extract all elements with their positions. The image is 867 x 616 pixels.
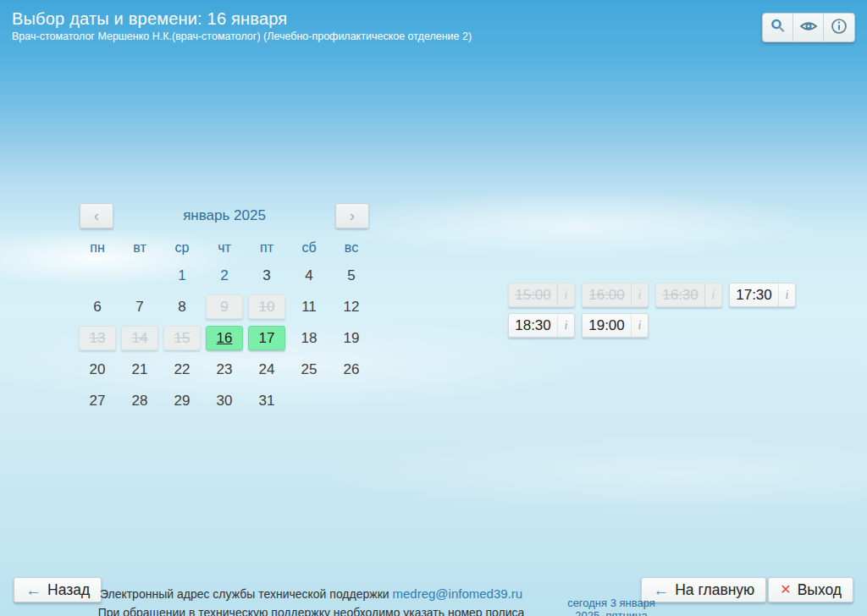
- calendar: ‹ январь 2025 › пнвтсрчтптсбвс 123456789…: [76, 203, 373, 416]
- calendar-day-7: 7: [135, 299, 143, 316]
- timeslot-19-00[interactable]: 19:00i: [582, 313, 649, 338]
- header-toolbar: [762, 13, 855, 42]
- calendar-day-31: 31: [259, 393, 275, 410]
- calendar-day-28: 28: [132, 393, 148, 410]
- calendar-day-cell: 18: [288, 322, 330, 354]
- calendar-day-16[interactable]: 16: [206, 326, 243, 350]
- calendar-day-cell: 9: [203, 291, 246, 322]
- calendar-day-29: 29: [174, 393, 191, 410]
- arrow-left-icon: ←: [653, 582, 669, 598]
- slot-info-icon[interactable]: i: [557, 314, 574, 337]
- calendar-day-cell: 28: [119, 385, 161, 416]
- view-button[interactable]: [793, 14, 824, 41]
- calendar-day-24: 24: [259, 361, 275, 378]
- calendar-day-cell: 1: [161, 260, 203, 291]
- calendar-day-1: 1: [178, 267, 185, 284]
- slot-info-icon[interactable]: i: [631, 314, 648, 337]
- calendar-day-cell: 7: [119, 291, 161, 322]
- exit-button[interactable]: ✕ Выход: [768, 577, 853, 602]
- calendar-day-cell: 15: [161, 322, 203, 354]
- calendar-day-cell: 25: [288, 354, 330, 385]
- calendar-day-14: 14: [121, 326, 158, 350]
- timeslot-17-30[interactable]: 17:30i: [729, 283, 796, 307]
- calendar-day-cell: 20: [76, 354, 119, 385]
- empty-day-cell: [119, 260, 161, 291]
- calendar-day-12: 12: [344, 299, 360, 316]
- calendar-day-cell: 17: [246, 322, 288, 354]
- calendar-day-19: 19: [344, 330, 360, 347]
- timeslot-16-00: 16:00i: [582, 283, 649, 307]
- calendar-day-25: 25: [301, 361, 318, 378]
- calendar-day-22: 22: [174, 361, 191, 378]
- timeslot-time-label: 16:00: [583, 283, 631, 306]
- back-button-label: Назад: [47, 581, 90, 599]
- calendar-day-cell: 30: [203, 385, 246, 416]
- weekday-label: пн: [76, 240, 119, 256]
- weekday-label: вт: [119, 240, 161, 256]
- chevron-left-icon: ‹: [94, 206, 99, 225]
- calendar-weekdays: пнвтсрчтптсбвс: [76, 240, 373, 256]
- timeslot-list: 15:00i16:00i16:30i17:30i18:30i19:00i: [508, 283, 799, 338]
- calendar-day-2: 2: [220, 267, 228, 284]
- timeslot-time-label: 15:00: [509, 283, 557, 306]
- calendar-day-21: 21: [132, 361, 148, 378]
- calendar-day-cell: 10: [246, 291, 288, 322]
- timeslot-time-label: 18:30: [509, 314, 557, 337]
- calendar-day-cell: 26: [330, 354, 373, 385]
- slot-info-icon[interactable]: i: [778, 283, 795, 306]
- weekday-label: ср: [161, 240, 203, 256]
- slot-info-icon: i: [704, 283, 721, 306]
- calendar-day-cell: 14: [119, 322, 161, 354]
- appointment-datetime-screen: Выбор даты и времени: 16 января Врач-сто…: [0, 0, 867, 616]
- timeslot-time-label: 17:30: [730, 283, 778, 306]
- calendar-day-10: 10: [248, 294, 285, 319]
- timeslot-16-30: 16:30i: [655, 283, 722, 307]
- slot-info-icon: i: [631, 283, 648, 306]
- calendar-day-6: 6: [93, 299, 101, 316]
- calendar-day-27: 27: [90, 393, 106, 410]
- exit-button-label: Выход: [798, 581, 842, 599]
- today-line1: сегодня 3 января: [561, 597, 662, 610]
- calendar-day-9: 9: [206, 294, 243, 319]
- calendar-day-cell: 16: [203, 322, 246, 354]
- calendar-day-cell: 6: [76, 291, 119, 322]
- calendar-day-cell: 11: [288, 291, 330, 322]
- calendar-day-15: 15: [163, 326, 201, 350]
- calendar-day-cell: 13: [76, 322, 119, 354]
- weekday-label: чт: [203, 240, 246, 256]
- arrow-left-icon: ←: [25, 582, 41, 598]
- calendar-day-cell: 2: [203, 260, 246, 291]
- next-month-button[interactable]: ›: [335, 203, 369, 228]
- calendar-day-cell: 23: [203, 354, 246, 385]
- support-email-link[interactable]: medreg@infomed39.ru: [392, 586, 522, 601]
- calendar-day-cell: 19: [330, 322, 373, 354]
- calendar-day-13: 13: [79, 326, 116, 350]
- zoom-button[interactable]: [763, 14, 793, 41]
- timeslot-time-label: 16:30: [656, 283, 704, 306]
- weekday-label: пт: [246, 240, 288, 256]
- info-icon: [831, 18, 848, 38]
- calendar-day-5: 5: [347, 267, 355, 284]
- support-line: Электронный адрес службы технической под…: [89, 585, 533, 603]
- support-note: При обращении в техническую поддержку не…: [89, 603, 533, 616]
- timeslot-time-label: 19:00: [583, 314, 631, 337]
- slot-info-icon: i: [557, 283, 574, 306]
- page-title: Выбор даты и времени: 16 января: [12, 9, 287, 29]
- calendar-day-cell: 3: [246, 260, 288, 291]
- prev-month-button[interactable]: ‹: [80, 203, 113, 228]
- calendar-day-cell: 29: [161, 385, 203, 416]
- today-line2: 2025, пятница 15:21: [561, 610, 662, 616]
- weekday-label: сб: [288, 240, 330, 256]
- calendar-day-17[interactable]: 17: [248, 326, 285, 350]
- calendar-day-cell: 21: [119, 354, 161, 385]
- calendar-day-cell: 5: [330, 260, 373, 291]
- eye-icon: [799, 19, 818, 37]
- calendar-day-23: 23: [217, 361, 233, 378]
- calendar-month-label: январь 2025: [76, 203, 373, 228]
- magnifier-icon: [770, 18, 787, 38]
- calendar-day-3: 3: [262, 267, 270, 284]
- timeslot-18-30[interactable]: 18:30i: [508, 313, 575, 338]
- calendar-day-18: 18: [301, 330, 318, 347]
- calendar-nav: ‹ январь 2025 ›: [76, 203, 373, 230]
- info-button[interactable]: [824, 14, 854, 41]
